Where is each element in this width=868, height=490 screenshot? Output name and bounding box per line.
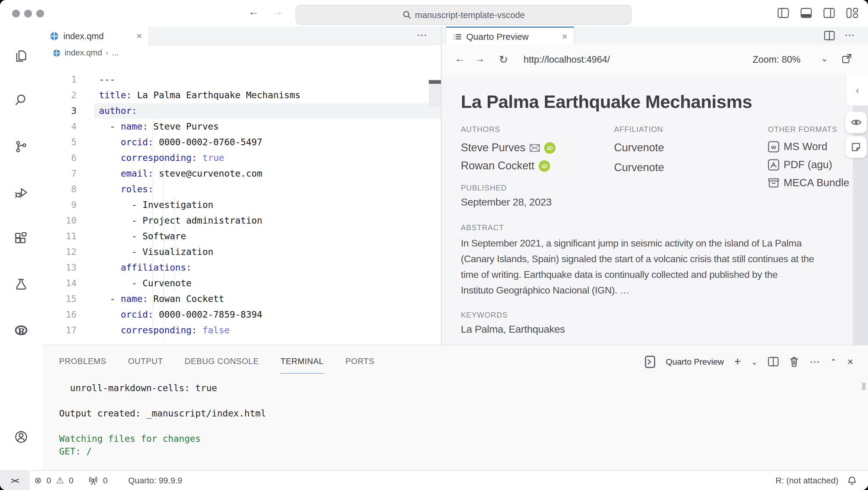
terminal-scrollbar-thumb[interactable] bbox=[862, 383, 866, 390]
authors-column: AUTHORS Steve PurvesiDRowan CockettiD bbox=[461, 125, 556, 172]
code-editor[interactable]: 1---2title: La Palma Earthquake Mechanis… bbox=[43, 60, 441, 345]
preview-back-icon[interactable]: ← bbox=[455, 53, 465, 65]
chevron-down-icon[interactable]: ⌄ bbox=[820, 53, 828, 64]
code-line-11[interactable]: 11 - Software bbox=[43, 228, 441, 244]
collapse-panel-button[interactable]: ‹ bbox=[846, 75, 868, 106]
format-label: PDF (agu) bbox=[783, 159, 832, 171]
refresh-icon[interactable]: ↻ bbox=[499, 53, 508, 66]
editor-scrollbar-thumb[interactable] bbox=[429, 80, 441, 84]
panel-tab-problems[interactable]: PROBLEMS bbox=[59, 345, 106, 378]
code-line-8[interactable]: 8 roles: bbox=[43, 182, 441, 197]
remote-indicator[interactable]: >< bbox=[0, 471, 30, 490]
code-line-4[interactable]: 4 - name: Steve Purves bbox=[43, 119, 441, 134]
panel-tab-ports[interactable]: PORTS bbox=[345, 345, 375, 378]
code-line-2[interactable]: 2title: La Palma Earthquake Mechanisms bbox=[43, 88, 441, 103]
toggle-secondary-sidebar-icon[interactable] bbox=[824, 8, 835, 18]
split-editor-icon[interactable] bbox=[824, 30, 835, 40]
code-line-9[interactable]: 9 - Investigation bbox=[43, 197, 441, 213]
tab-close-icon[interactable]: ✕ bbox=[136, 32, 142, 40]
panel-more-icon[interactable]: ⋯ bbox=[809, 355, 820, 368]
preview-forward-icon[interactable]: → bbox=[475, 53, 485, 65]
zoom-level[interactable]: Zoom: 80% bbox=[752, 54, 801, 65]
toggle-panel-icon[interactable] bbox=[801, 8, 812, 18]
code-line-17[interactable]: 17 corresponding: false bbox=[43, 322, 441, 338]
customize-layout-icon[interactable] bbox=[846, 8, 858, 18]
status-bar: >< ⊗ 0 ⚠ 0 0 Quarto: 99.9.9 R: (not atta… bbox=[0, 470, 868, 490]
warnings-count[interactable]: 0 bbox=[69, 476, 73, 485]
ports-icon[interactable] bbox=[88, 476, 98, 485]
tab-close-icon[interactable]: ✕ bbox=[562, 32, 568, 41]
account-icon[interactable] bbox=[13, 429, 29, 445]
code-line-5[interactable]: 5 orcid: 0000-0002-0760-5497 bbox=[43, 134, 441, 150]
traffic-light-zoom[interactable] bbox=[36, 10, 44, 18]
quarto-version[interactable]: Quarto: 99.9.9 bbox=[128, 476, 182, 485]
open-external-icon[interactable] bbox=[841, 53, 852, 64]
errors-count[interactable]: 0 bbox=[46, 476, 51, 485]
code-line-1[interactable]: 1--- bbox=[43, 72, 441, 88]
breadcrumb-more[interactable]: ... bbox=[112, 48, 119, 57]
code-line-12[interactable]: 12 - Visualization bbox=[43, 244, 441, 260]
terminal-output[interactable]: unroll-markdown-cells: true Output creat… bbox=[59, 382, 266, 458]
code-line-6[interactable]: 6 corresponding: true bbox=[43, 150, 441, 166]
code-line-3[interactable]: 3author: bbox=[43, 103, 441, 119]
line-number: 1 bbox=[43, 72, 76, 88]
format-word[interactable]: wMS Word bbox=[768, 140, 849, 153]
orcid-icon[interactable]: iD bbox=[539, 160, 550, 172]
breadcrumb[interactable]: index.qmd › ... bbox=[43, 45, 441, 60]
panel-tab-output[interactable]: OUTPUT bbox=[128, 345, 163, 378]
line-number: 8 bbox=[43, 182, 76, 197]
note-button[interactable] bbox=[845, 136, 867, 158]
panel-tab-terminal[interactable]: TERMINAL bbox=[280, 345, 323, 378]
code-line-16[interactable]: 16 orcid: 0000-0002-7859-8394 bbox=[43, 307, 441, 322]
testing-icon[interactable] bbox=[13, 276, 29, 292]
close-panel-icon[interactable]: ✕ bbox=[847, 357, 854, 366]
line-number: 4 bbox=[43, 119, 76, 134]
quarto-file-icon bbox=[53, 48, 61, 57]
more-actions-icon[interactable]: ⋯ bbox=[844, 29, 855, 41]
editor-more-actions-icon[interactable]: ⋯ bbox=[417, 29, 427, 41]
preview-url[interactable]: http://localhost:4964/ bbox=[524, 54, 610, 65]
split-terminal-icon[interactable] bbox=[768, 357, 779, 366]
code-line-13[interactable]: 13 affiliations: bbox=[43, 260, 441, 275]
format-meca[interactable]: MECA Bundle bbox=[768, 176, 849, 189]
traffic-light-close[interactable] bbox=[12, 10, 20, 18]
explorer-icon[interactable] bbox=[13, 48, 29, 64]
notifications-bell-icon[interactable] bbox=[847, 475, 857, 486]
run-debug-icon[interactable] bbox=[13, 185, 29, 201]
author-name: Rowan Cockett bbox=[461, 160, 534, 172]
history-forward-icon[interactable]: → bbox=[273, 6, 283, 18]
formats-list: wMS WordPDF (agu)MECA Bundle bbox=[768, 140, 849, 189]
tab-index-qmd[interactable]: index.qmd ✕ bbox=[43, 27, 150, 45]
breadcrumb-file[interactable]: index.qmd bbox=[65, 48, 102, 57]
visibility-button[interactable] bbox=[845, 111, 867, 133]
code-line-10[interactable]: 10 - Project administration bbox=[43, 213, 441, 228]
extensions-icon[interactable] bbox=[13, 230, 29, 246]
kill-terminal-icon[interactable] bbox=[789, 356, 799, 367]
maximize-panel-icon[interactable]: ⌃ bbox=[830, 357, 837, 366]
history-back-icon[interactable]: ← bbox=[249, 6, 259, 18]
code-line-15[interactable]: 15 - name: Rowan Cockett bbox=[43, 291, 441, 307]
terminal-dropdown-icon[interactable]: ⌄ bbox=[751, 357, 758, 366]
panel-tab-debug-console[interactable]: DEBUG CONSOLE bbox=[185, 345, 259, 378]
errors-icon[interactable]: ⊗ bbox=[34, 476, 42, 485]
email-icon[interactable] bbox=[530, 144, 540, 152]
command-center-search[interactable]: manuscript-template-vscode bbox=[296, 5, 631, 25]
code-line-7[interactable]: 7 email: steve@curvenote.com bbox=[43, 166, 441, 182]
search-view-icon[interactable] bbox=[13, 92, 29, 108]
r-language-icon[interactable]: R bbox=[13, 323, 30, 339]
r-status[interactable]: R: (not attached) bbox=[775, 476, 838, 485]
toggle-primary-sidebar-icon[interactable] bbox=[777, 8, 789, 18]
terminal-name[interactable]: Quarto Preview bbox=[665, 357, 724, 366]
tab-quarto-preview[interactable]: Quarto Preview ✕ bbox=[446, 27, 574, 45]
traffic-light-minimize[interactable] bbox=[24, 10, 32, 18]
format-pdf[interactable]: PDF (agu) bbox=[768, 159, 849, 171]
terminal-launch-icon[interactable] bbox=[645, 355, 655, 368]
warnings-icon[interactable]: ⚠ bbox=[56, 476, 64, 485]
orcid-icon[interactable]: iD bbox=[544, 142, 556, 154]
quarto-file-icon bbox=[50, 31, 59, 41]
code-line-14[interactable]: 14 - Curvenote bbox=[43, 275, 441, 291]
ports-count[interactable]: 0 bbox=[103, 476, 108, 485]
source-control-icon[interactable] bbox=[13, 139, 29, 154]
new-terminal-icon[interactable]: + bbox=[734, 355, 741, 368]
published-heading: PUBLISHED bbox=[461, 184, 507, 192]
